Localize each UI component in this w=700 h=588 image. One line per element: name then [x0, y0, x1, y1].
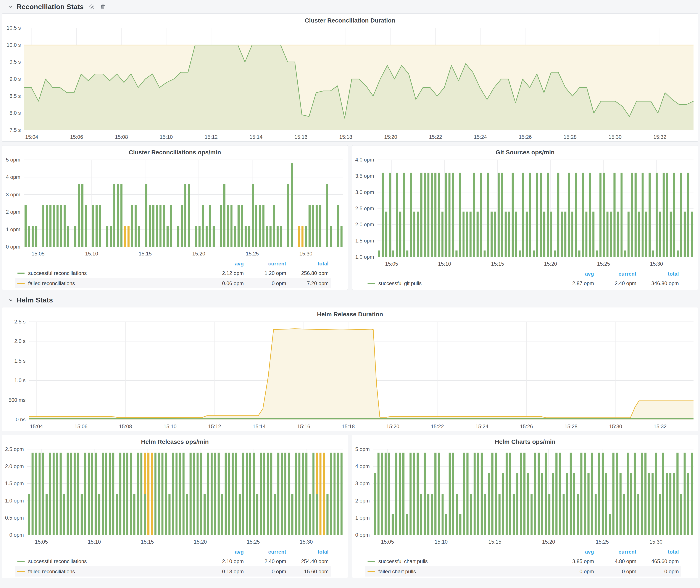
- legend-label[interactable]: failed reconciliations: [28, 280, 201, 286]
- svg-text:15:06: 15:06: [74, 423, 87, 429]
- svg-text:15:32: 15:32: [654, 423, 667, 429]
- panel-title[interactable]: Helm Release Duration: [2, 307, 698, 319]
- gear-icon[interactable]: [89, 3, 95, 10]
- legend-label[interactable]: successful reconciliations: [28, 270, 201, 276]
- legend-row-successful-reconciliations[interactable]: successful reconciliations 2.12 opm 1.20…: [15, 268, 331, 278]
- chevron-down-icon[interactable]: [8, 4, 13, 9]
- section-reconciliation-stats[interactable]: Reconciliation Stats: [2, 0, 698, 13]
- svg-text:15:06: 15:06: [70, 134, 83, 140]
- svg-text:2 opm: 2 opm: [6, 209, 20, 215]
- legend-current-value: 0 opm: [244, 569, 286, 575]
- legend-col-current[interactable]: current: [594, 271, 636, 277]
- series-color-dash: [368, 571, 375, 572]
- svg-text:3 opm: 3 opm: [355, 480, 370, 486]
- svg-text:15:12: 15:12: [205, 134, 218, 140]
- cluster-reconciliations-ops-chart[interactable]: 0 opm1 opm2 opm3 opm4 opm5 opm15:0515:10…: [2, 157, 348, 259]
- svg-text:500 ms: 500 ms: [8, 397, 26, 403]
- cluster-reconciliation-duration-chart[interactable]: 7.5 s8.0 s8.5 s9.0 s9.5 s10.0 s10.5 s15:…: [2, 25, 698, 142]
- legend-col-total[interactable]: total: [286, 261, 329, 267]
- legend-label[interactable]: successful chart pulls: [378, 558, 552, 564]
- svg-text:0 opm: 0 opm: [6, 244, 20, 250]
- svg-text:15:15: 15:15: [488, 539, 501, 545]
- panel-title[interactable]: Helm Charts ops/min: [352, 435, 698, 446]
- legend-row-failed-reconciliations[interactable]: failed reconciliations 0.06 opm 0 opm 7.…: [15, 278, 331, 288]
- legend-label[interactable]: successful reconciliations: [28, 558, 201, 564]
- svg-text:3.0 opm: 3.0 opm: [355, 189, 374, 195]
- legend-row-successful-git-pulls[interactable]: successful git pulls 2.87 opm 2.40 opm 3…: [365, 278, 681, 288]
- legend-col-avg[interactable]: avg: [552, 271, 594, 277]
- svg-text:15:20: 15:20: [542, 539, 555, 545]
- svg-text:1.0 opm: 1.0 opm: [355, 254, 374, 260]
- legend-col-total[interactable]: total: [286, 549, 329, 555]
- legend-avg-value: 0 opm: [552, 569, 594, 575]
- helm-releases-ops-chart[interactable]: 0 opm0.5 opm1.0 opm1.5 opm2.0 opm2.5 opm…: [2, 446, 348, 547]
- legend-header-row: avg current total: [15, 259, 331, 268]
- legend-col-current[interactable]: current: [244, 549, 286, 555]
- svg-text:4 opm: 4 opm: [355, 463, 370, 469]
- legend-col-total[interactable]: total: [636, 271, 679, 277]
- panel-title[interactable]: Cluster Reconciliation Duration: [2, 14, 698, 25]
- legend-col-current[interactable]: current: [594, 549, 636, 555]
- panel-title[interactable]: Git Sources ops/min: [352, 145, 698, 157]
- legend-label[interactable]: failed reconciliations: [28, 569, 201, 575]
- legend-current-value: 1.20 opm: [244, 270, 286, 276]
- legend-avg-value: 2.12 opm: [201, 270, 244, 276]
- svg-text:0 opm: 0 opm: [355, 532, 370, 538]
- svg-text:1 opm: 1 opm: [6, 226, 20, 232]
- panel-title[interactable]: Cluster Reconciliations ops/min: [2, 145, 348, 157]
- svg-text:15:15: 15:15: [141, 539, 154, 545]
- legend-avg-value: 0.06 opm: [201, 280, 244, 286]
- svg-text:15:05: 15:05: [385, 261, 398, 267]
- svg-text:15:14: 15:14: [253, 423, 266, 429]
- svg-text:15:10: 15:10: [160, 134, 173, 140]
- panel-title[interactable]: Helm Releases ops/min: [2, 435, 348, 446]
- legend-row-failed-reconciliations[interactable]: failed reconciliations 0.13 opm 0 opm 15…: [15, 566, 331, 577]
- helm-charts-ops-chart[interactable]: 0 opm1 opm2 opm3 opm4 opm5 opm15:0515:10…: [352, 446, 698, 547]
- legend-col-total[interactable]: total: [636, 549, 679, 555]
- legend-row-failed-chart-pulls[interactable]: failed chart pulls 0 opm 0 opm 0 opm: [365, 566, 681, 577]
- svg-text:2.5 opm: 2.5 opm: [5, 446, 24, 452]
- legend-total-value: 254.40 opm: [286, 558, 329, 564]
- svg-text:1 opm: 1 opm: [355, 515, 370, 521]
- svg-text:4.0 opm: 4.0 opm: [355, 157, 374, 163]
- trash-icon[interactable]: [100, 4, 106, 10]
- svg-text:2 opm: 2 opm: [355, 498, 370, 504]
- helm-release-duration-chart[interactable]: 0 ns500 ms1.0 s1.5 s2.0 s2.5 s15:0415:06…: [2, 319, 698, 432]
- git-sources-ops-chart[interactable]: 1.0 opm1.5 opm2.0 opm2.5 opm3.0 opm3.5 o…: [352, 157, 698, 269]
- svg-text:15:15: 15:15: [491, 261, 504, 267]
- svg-text:1.5 opm: 1.5 opm: [5, 480, 24, 486]
- svg-text:15:12: 15:12: [208, 423, 221, 429]
- svg-text:15:08: 15:08: [119, 423, 132, 429]
- svg-text:15:24: 15:24: [474, 134, 487, 140]
- section-title: Helm Stats: [17, 296, 53, 304]
- svg-text:15:28: 15:28: [565, 423, 577, 429]
- legend-header-row: avg current total: [15, 548, 331, 556]
- legend-col-avg[interactable]: avg: [201, 261, 244, 267]
- legend-label[interactable]: failed chart pulls: [378, 569, 552, 575]
- section-helm-stats[interactable]: Helm Stats: [2, 290, 698, 307]
- svg-text:1.0 opm: 1.0 opm: [5, 498, 24, 504]
- panel-helm-releases-ops: Helm Releases ops/min 0 opm0.5 opm1.0 op…: [2, 435, 348, 578]
- legend-avg-value: 2.87 opm: [552, 280, 594, 286]
- svg-text:5 opm: 5 opm: [355, 446, 370, 452]
- series-color-dash: [17, 571, 25, 572]
- chevron-down-icon[interactable]: [8, 298, 13, 302]
- svg-text:15:22: 15:22: [429, 134, 442, 140]
- panel-cluster-reconciliation-duration: Cluster Reconciliation Duration 7.5 s8.0…: [2, 13, 698, 142]
- legend: avg current total successful reconciliat…: [2, 547, 348, 579]
- legend-total-value: 7.20 opm: [286, 280, 329, 286]
- svg-text:8.0 s: 8.0 s: [10, 110, 21, 116]
- legend-col-current[interactable]: current: [244, 261, 286, 267]
- legend-row-successful-chart-pulls[interactable]: successful chart pulls 3.85 opm 4.80 opm…: [365, 556, 681, 566]
- legend-row-successful-reconciliations[interactable]: successful reconciliations 2.10 opm 2.40…: [15, 556, 331, 566]
- legend-col-avg[interactable]: avg: [201, 549, 244, 555]
- legend-header-row: avg current total: [365, 548, 681, 556]
- svg-text:15:14: 15:14: [250, 134, 263, 140]
- svg-text:15:24: 15:24: [475, 423, 488, 429]
- svg-text:15:05: 15:05: [381, 539, 394, 545]
- series-color-dash: [368, 283, 375, 284]
- svg-text:15:30: 15:30: [299, 251, 312, 257]
- legend-label[interactable]: successful git pulls: [378, 280, 552, 286]
- legend-col-avg[interactable]: avg: [552, 549, 594, 555]
- svg-text:15:16: 15:16: [297, 423, 310, 429]
